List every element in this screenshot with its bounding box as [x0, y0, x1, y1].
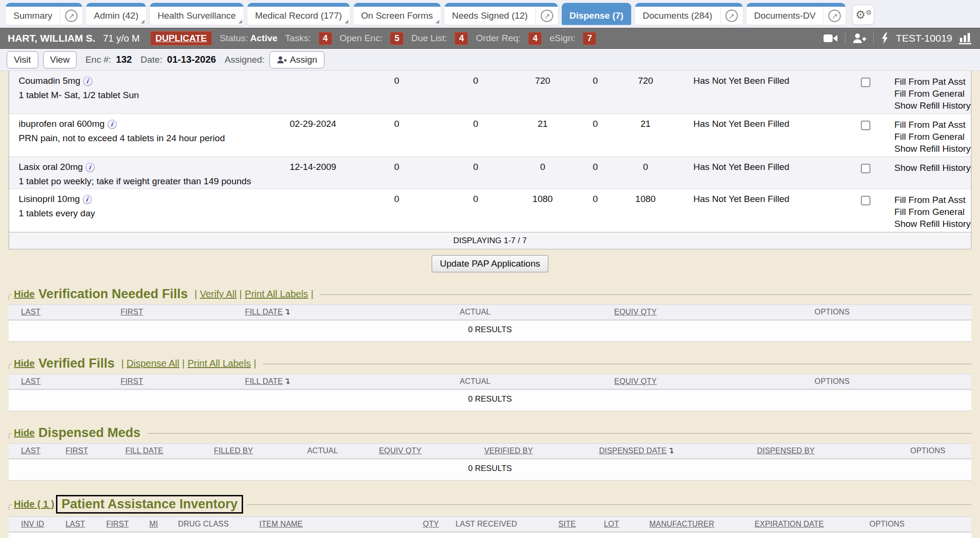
- col-first[interactable]: FIRST: [95, 520, 138, 528]
- hide-dispensed-link[interactable]: Hide: [14, 427, 34, 438]
- print-all-labels-link[interactable]: Print All Labels: [245, 289, 308, 300]
- fill-checkbox[interactable]: [861, 196, 870, 205]
- tab-admin-group: Admin (42): [86, 3, 146, 25]
- med-name: ibuprofen oral 600mg: [19, 119, 105, 129]
- section-title-focused: Patient Assistance Inventory: [56, 495, 243, 514]
- fill-checkbox[interactable]: [861, 78, 870, 87]
- col-site[interactable]: SITE: [547, 520, 592, 528]
- tab-dispense[interactable]: Dispense (7): [562, 3, 631, 25]
- table-row: Lisinopril 10mgi 1 tablets every day 0 0…: [9, 189, 971, 232]
- fill-checkbox[interactable]: [861, 164, 870, 173]
- visit-button[interactable]: Visit: [7, 51, 38, 68]
- hide-verification-link[interactable]: Hide: [14, 289, 34, 300]
- col-last[interactable]: LAST: [9, 377, 119, 386]
- tab-documents-group: Documents (284) ↗: [635, 3, 743, 25]
- col-first[interactable]: FIRST: [119, 377, 243, 386]
- col-filled-by[interactable]: FILLED BY: [212, 447, 305, 455]
- section-title: Verification Needed Fills: [38, 287, 188, 302]
- verify-all-link[interactable]: Verify All: [200, 289, 237, 300]
- tab-needs-signed[interactable]: Needs Signed (12): [445, 3, 535, 25]
- tab-medical-record[interactable]: Medical Record (177): [247, 3, 350, 25]
- col-inv-id[interactable]: INV ID: [9, 520, 54, 528]
- fill-from-pat-asst-link[interactable]: Fill From Pat Asst: [894, 119, 971, 131]
- medications-table: Coumadin 5mgi 1 tablet M- Sat, 1/2 table…: [9, 71, 971, 249]
- info-icon[interactable]: i: [82, 76, 93, 87]
- fieldset-line: [263, 364, 971, 364]
- tab-health-surveillance[interactable]: Health Surveillance: [150, 3, 244, 25]
- show-refill-history-link[interactable]: Show Refill History: [894, 218, 971, 230]
- hide-verified-link[interactable]: Hide: [14, 358, 34, 369]
- qty-col-5: 21: [612, 117, 679, 155]
- tab-needs-signed-popout[interactable]: ↗: [535, 3, 558, 25]
- tab-admin[interactable]: Admin (42): [86, 3, 146, 25]
- view-button[interactable]: View: [43, 51, 77, 68]
- col-equiv-qty[interactable]: EQUIV QTY: [578, 377, 693, 386]
- col-expiration-date[interactable]: EXPIRATION DATE: [743, 520, 858, 528]
- esign-count-badge[interactable]: 7: [583, 32, 596, 45]
- open-enc-count-badge[interactable]: 5: [390, 32, 403, 45]
- info-icon[interactable]: i: [82, 194, 93, 205]
- col-verified-by[interactable]: VERIFIED BY: [482, 447, 597, 455]
- col-last[interactable]: LAST: [54, 520, 95, 528]
- update-pap-applications-button[interactable]: Update PAP Applications: [432, 255, 548, 272]
- info-icon[interactable]: i: [85, 162, 96, 173]
- order-req-count-badge[interactable]: 4: [528, 32, 542, 45]
- status-value: Active: [250, 33, 278, 43]
- fill-from-general-link[interactable]: Fill From General: [894, 206, 971, 218]
- hide-pai-link[interactable]: Hide ( 1 ): [14, 499, 54, 510]
- tab-settings-button[interactable]: ⚙⚙: [852, 5, 874, 25]
- col-options: OPTIONS: [858, 520, 971, 528]
- bar-chart-icon[interactable]: [959, 32, 972, 45]
- qty-col-1: 0: [349, 117, 445, 155]
- col-item-name[interactable]: ITEM NAME: [248, 520, 418, 528]
- show-refill-history-link[interactable]: Show Refill History: [894, 100, 971, 112]
- video-call-icon[interactable]: [823, 33, 838, 44]
- tab-on-screen-forms[interactable]: On Screen Forms: [354, 3, 441, 25]
- col-mi[interactable]: MI: [138, 520, 167, 528]
- col-equiv-qty[interactable]: EQUIV QTY: [377, 447, 482, 455]
- due-list-count-badge[interactable]: 4: [455, 32, 468, 45]
- separator: |: [239, 289, 242, 300]
- dispense-all-link[interactable]: Dispense All: [127, 358, 179, 369]
- tab-documents-dv[interactable]: Documents-DV: [746, 3, 824, 25]
- date-label: Date:: [141, 55, 162, 65]
- col-fill-date[interactable]: FILL DATE: [243, 308, 372, 316]
- tab-summary[interactable]: Summary: [6, 3, 60, 25]
- print-all-labels-link[interactable]: Print All Labels: [188, 358, 251, 369]
- fill-from-general-link[interactable]: Fill From General: [894, 88, 971, 100]
- fill-from-general-link[interactable]: Fill From General: [894, 131, 971, 143]
- fill-from-pat-asst-link[interactable]: Fill From Pat Asst: [894, 194, 971, 206]
- col-qty[interactable]: QTY: [418, 520, 444, 528]
- tasks-count-badge[interactable]: 4: [319, 32, 332, 45]
- col-lot[interactable]: LOT: [592, 520, 638, 528]
- col-dispensed-by[interactable]: DISPENSED BY: [755, 447, 884, 455]
- fill-checkbox[interactable]: [861, 121, 870, 130]
- tab-documents-popout[interactable]: ↗: [720, 3, 743, 25]
- col-last[interactable]: LAST: [9, 308, 119, 316]
- assign-button[interactable]: Assign: [269, 51, 324, 68]
- show-refill-history-link[interactable]: Show Refill History: [894, 143, 971, 155]
- col-dispensed-date[interactable]: DISPENSED DATE: [597, 447, 755, 455]
- duplicate-badge[interactable]: DUPLICATE: [150, 31, 212, 45]
- col-fill-date[interactable]: FILL DATE: [243, 377, 372, 386]
- fill-from-pat-asst-link[interactable]: Fill From Pat Asst: [894, 76, 971, 88]
- lightning-icon[interactable]: [880, 32, 889, 45]
- qty-col-4: 0: [579, 74, 612, 112]
- tab-summary-group: Summary ↗: [6, 3, 82, 25]
- tab-documents-dv-popout[interactable]: ↗: [823, 3, 846, 25]
- fieldset-line: [320, 294, 971, 295]
- col-manufacturer[interactable]: MANUFACTURER: [638, 520, 743, 528]
- col-first[interactable]: FIRST: [64, 447, 123, 455]
- col-last[interactable]: LAST: [9, 447, 64, 455]
- tab-summary-popout[interactable]: ↗: [60, 3, 82, 25]
- info-icon[interactable]: i: [107, 119, 118, 130]
- column-headers: INV ID LAST FIRST MI DRUG CLASS ITEM NAM…: [9, 516, 971, 533]
- col-first[interactable]: FIRST: [119, 308, 243, 316]
- col-equiv-qty[interactable]: EQUIV QTY: [578, 308, 693, 316]
- col-fill-date[interactable]: FILL DATE: [123, 447, 212, 455]
- med-sig: PRN pain, not to exceed 4 tablets in 24 …: [19, 133, 277, 144]
- show-refill-history-link[interactable]: Show Refill History: [894, 162, 971, 174]
- tab-documents[interactable]: Documents (284): [635, 3, 720, 25]
- add-person-icon[interactable]: [852, 33, 867, 44]
- tab-health-surveillance-group: Health Surveillance: [150, 3, 244, 25]
